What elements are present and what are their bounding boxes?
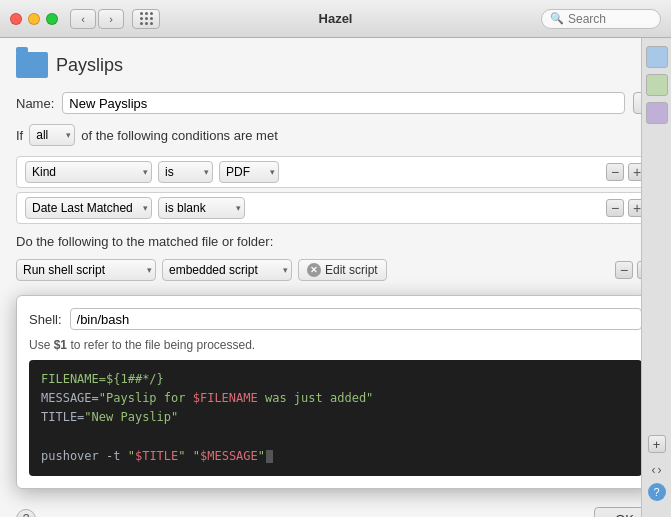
help-button[interactable]: ? <box>16 509 36 517</box>
x-circle-icon: ✕ <box>307 263 321 277</box>
code-line-5: pushover -t "$TITLE" "$MESSAGE" <box>41 447 630 466</box>
condition-row-1: Kind Date Last Matched Name is is not PD… <box>16 156 655 188</box>
chevron-left-icon[interactable]: ‹ <box>652 463 656 477</box>
plus-minus-2: − + <box>606 199 646 217</box>
edit-script-button[interactable]: ✕ Edit script <box>298 259 387 281</box>
code-line-3: TITLE="New Payslip" <box>41 408 630 427</box>
action-type-select[interactable]: Run shell script Move to folder Copy to … <box>16 259 156 281</box>
titlebar: ‹ › Hazel 🔍 <box>0 0 671 38</box>
window-title: Hazel <box>319 11 353 26</box>
shell-row: Shell: <box>29 308 642 330</box>
right-sidebar: + ‹ › ? <box>641 38 671 517</box>
search-icon: 🔍 <box>550 12 564 25</box>
field-select-wrapper-1[interactable]: Kind Date Last Matched Name <box>25 161 152 183</box>
sidebar-item-3[interactable] <box>646 102 668 124</box>
quantifier-wrapper[interactable]: all any <box>29 124 75 146</box>
forward-button[interactable]: › <box>98 9 124 29</box>
code-editor[interactable]: FILENAME=${1##*/} MESSAGE="Payslip for $… <box>29 360 642 476</box>
traffic-lights <box>10 13 58 25</box>
sidebar-help-button[interactable]: ? <box>648 483 666 501</box>
field-select-wrapper-2[interactable]: Date Last Matched Kind Name <box>25 197 152 219</box>
main-content: Payslips Name: ⎘ If all any of the follo… <box>0 38 671 517</box>
script-type-wrapper[interactable]: embedded script external script <box>162 259 292 281</box>
field-select-1[interactable]: Kind Date Last Matched Name <box>25 161 152 183</box>
operator-select-wrapper-2[interactable]: is blank is not blank <box>158 197 245 219</box>
minimize-button[interactable] <box>28 13 40 25</box>
folder-name: Payslips <box>56 55 123 76</box>
maximize-button[interactable] <box>46 13 58 25</box>
if-text: If <box>16 128 23 143</box>
folder-icon <box>16 52 48 78</box>
shell-label: Shell: <box>29 312 62 327</box>
shell-input[interactable] <box>70 308 642 330</box>
edit-script-label: Edit script <box>325 263 378 277</box>
quantifier-select[interactable]: all any <box>29 124 75 146</box>
name-row: Name: ⎘ <box>16 92 655 114</box>
hint-text: Use $1 to refer to the file being proces… <box>29 338 642 352</box>
value-select-1[interactable]: PDF Image Text <box>219 161 279 183</box>
action-row: Run shell script Move to folder Copy to … <box>16 259 655 281</box>
search-box[interactable]: 🔍 <box>541 9 661 29</box>
grid-button[interactable] <box>132 9 160 29</box>
add-sidebar-button[interactable]: + <box>648 435 666 453</box>
operator-select-wrapper-1[interactable]: is is not <box>158 161 213 183</box>
remove-action[interactable]: − <box>615 261 633 279</box>
conditions-area: Kind Date Last Matched Name is is not PD… <box>16 156 655 224</box>
remove-condition-1[interactable]: − <box>606 163 624 181</box>
search-input[interactable] <box>568 12 658 26</box>
code-line-4 <box>41 428 630 447</box>
hint-bold: $1 <box>54 338 67 352</box>
action-type-wrapper[interactable]: Run shell script Move to folder Copy to … <box>16 259 156 281</box>
code-line-2: MESSAGE="Payslip for $FILENAME was just … <box>41 389 630 408</box>
nav-buttons: ‹ › <box>70 9 124 29</box>
chevron-right-icon[interactable]: › <box>658 463 662 477</box>
field-select-2[interactable]: Date Last Matched Kind Name <box>25 197 152 219</box>
help-icon: ? <box>23 512 30 517</box>
conditions-suffix: of the following conditions are met <box>81 128 278 143</box>
back-button[interactable]: ‹ <box>70 9 96 29</box>
operator-select-1[interactable]: is is not <box>158 161 213 183</box>
close-button[interactable] <box>10 13 22 25</box>
sidebar-controls: ‹ › <box>652 463 662 477</box>
value-select-wrapper-1[interactable]: PDF Image Text <box>219 161 279 183</box>
action-label: Do the following to the matched file or … <box>16 234 655 249</box>
plus-minus-1: − + <box>606 163 646 181</box>
sidebar-item-1[interactable] <box>646 46 668 68</box>
folder-header: Payslips <box>16 52 655 78</box>
script-editor-popup: Shell: Use $1 to refer to the file being… <box>16 295 655 489</box>
operator-select-2[interactable]: is blank is not blank <box>158 197 245 219</box>
sidebar-item-2[interactable] <box>646 74 668 96</box>
cursor <box>266 450 273 463</box>
name-input[interactable] <box>62 92 625 114</box>
bottom-bar: ? OK <box>16 499 655 517</box>
remove-condition-2[interactable]: − <box>606 199 624 217</box>
grid-icon <box>140 12 153 25</box>
code-line-1: FILENAME=${1##*/} <box>41 370 630 389</box>
script-type-select[interactable]: embedded script external script <box>162 259 292 281</box>
conditions-header: If all any of the following conditions a… <box>16 124 655 146</box>
condition-row-2: Date Last Matched Kind Name is blank is … <box>16 192 655 224</box>
name-label: Name: <box>16 96 54 111</box>
